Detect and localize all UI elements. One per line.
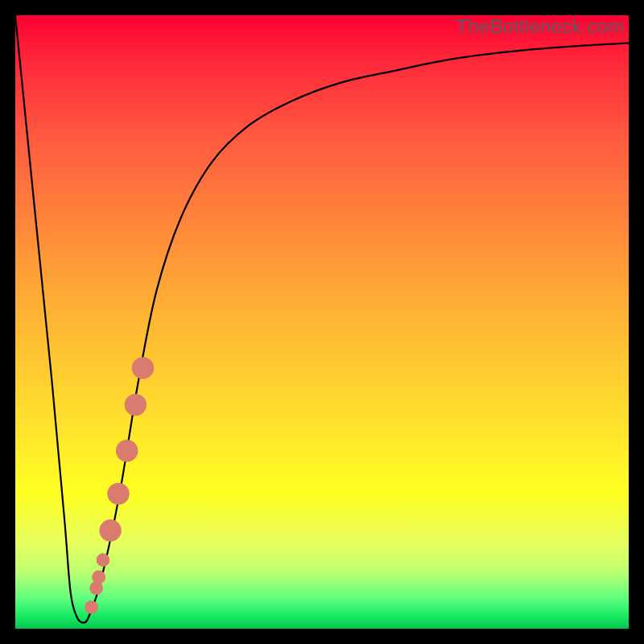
highlight-markers bbox=[85, 357, 154, 613]
marker-dot bbox=[92, 571, 105, 584]
marker-dot bbox=[125, 394, 147, 415]
marker-dot bbox=[85, 601, 98, 614]
marker-dot bbox=[97, 553, 110, 567]
chart-svg bbox=[15, 15, 629, 629]
marker-dot bbox=[99, 519, 121, 541]
marker-dot bbox=[107, 483, 129, 505]
marker-dot bbox=[132, 357, 154, 378]
plot-area: TheBottleneck.com bbox=[15, 15, 629, 629]
frame: TheBottleneck.com bbox=[0, 0, 644, 644]
marker-dot bbox=[116, 440, 138, 461]
